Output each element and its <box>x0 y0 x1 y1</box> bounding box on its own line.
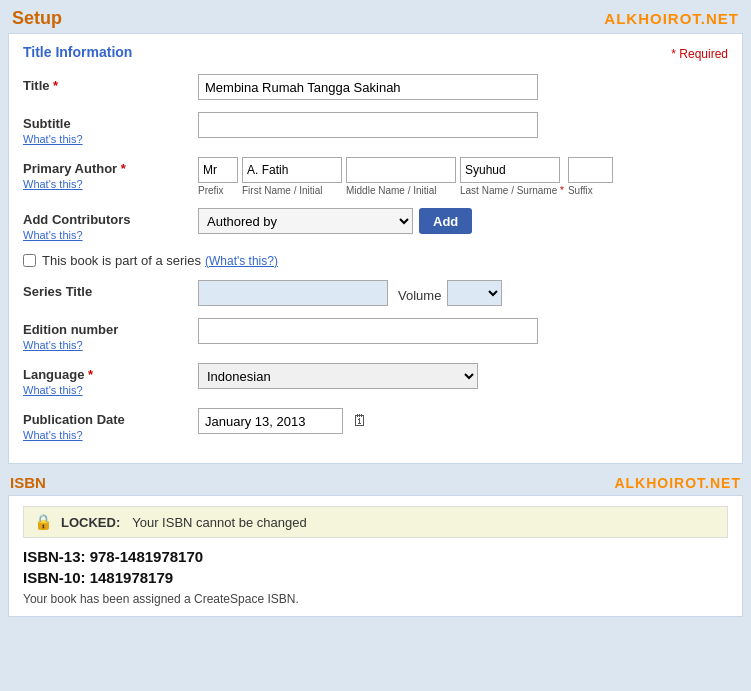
pubdate-whats-this[interactable]: What's this? <box>23 429 198 441</box>
series-checkbox[interactable] <box>23 254 36 267</box>
primary-author-label-col: Primary Author * What's this? <box>23 157 198 190</box>
language-whats-this[interactable]: What's this? <box>23 384 198 396</box>
prefix-group: Prefix <box>198 157 238 196</box>
lastname-label: Last Name / Surname * <box>460 185 564 196</box>
locked-bar: 🔒 LOCKED: Your ISBN cannot be changed <box>23 506 728 538</box>
primary-author-label: Primary Author * <box>23 161 126 176</box>
primary-author-input-col: Prefix First Name / Initial Middle Name … <box>198 157 728 196</box>
series-checkbox-row: This book is part of a series (What's th… <box>23 253 728 268</box>
locked-message: Your ISBN cannot be changed <box>132 515 306 530</box>
title-input[interactable] <box>198 74 538 100</box>
isbn-title: ISBN <box>10 474 46 491</box>
subtitle-label: Subtitle <box>23 116 71 131</box>
edition-input[interactable] <box>198 318 538 344</box>
middlename-label: Middle Name / Initial <box>346 185 437 196</box>
contributors-whats-this[interactable]: What's this? <box>23 229 198 241</box>
isbn-note: Your book has been assigned a CreateSpac… <box>23 592 728 606</box>
pubdate-input-col: 🗓 <box>198 408 728 434</box>
calendar-icon[interactable]: 🗓 <box>349 410 371 432</box>
edition-row: Edition number What's this? <box>23 318 728 351</box>
volume-select[interactable]: 1 2 3 <box>447 280 502 306</box>
language-input-col: Indonesian English Arabic French German <box>198 363 728 389</box>
firstname-label: First Name / Initial <box>242 185 323 196</box>
firstname-group: First Name / Initial <box>242 157 342 196</box>
subtitle-input[interactable] <box>198 112 538 138</box>
series-title-label-col: Series Title <box>23 280 198 299</box>
section-title: Title Information <box>23 44 132 60</box>
series-title-input-col: Volume 1 2 3 <box>198 280 728 306</box>
contributors-row: Add Contributors What's this? Authored b… <box>23 208 728 241</box>
subtitle-whats-this[interactable]: What's this? <box>23 133 198 145</box>
suffix-input[interactable] <box>568 157 613 183</box>
isbn10: ISBN-10: 1481978179 <box>23 569 728 586</box>
series-title-label: Series Title <box>23 284 92 299</box>
setup-title: Setup <box>12 8 62 29</box>
author-fields: Prefix First Name / Initial Middle Name … <box>198 157 728 196</box>
series-checkbox-label: This book is part of a series <box>42 253 201 268</box>
contributors-select[interactable]: Authored by Edited by Illustrated by Tra… <box>198 208 413 234</box>
isbn-brand: ALKHOIROT.NET <box>614 475 741 491</box>
suffix-group: Suffix <box>568 157 613 196</box>
subtitle-row: Subtitle What's this? <box>23 112 728 145</box>
series-title-input[interactable] <box>198 280 388 306</box>
edition-label: Edition number <box>23 322 118 337</box>
language-select[interactable]: Indonesian English Arabic French German <box>198 363 478 389</box>
lastname-group: Last Name / Surname * <box>460 157 564 196</box>
edition-label-col: Edition number What's this? <box>23 318 198 351</box>
primary-author-whats-this[interactable]: What's this? <box>23 178 198 190</box>
series-title-row: Series Title Volume 1 2 3 <box>23 280 728 306</box>
subtitle-input-col <box>198 112 728 138</box>
contributors-input-col: Authored by Edited by Illustrated by Tra… <box>198 208 728 234</box>
add-contributor-button[interactable]: Add <box>419 208 472 234</box>
header-bar: Setup ALKHOIROT.NET <box>0 0 751 33</box>
middlename-input[interactable] <box>346 157 456 183</box>
header-brand: ALKHOIROT.NET <box>604 10 739 27</box>
language-row: Language * What's this? Indonesian Engli… <box>23 363 728 396</box>
firstname-input[interactable] <box>242 157 342 183</box>
prefix-input[interactable] <box>198 157 238 183</box>
contributors-label: Add Contributors <box>23 212 131 227</box>
title-input-col <box>198 74 728 100</box>
title-row: Title * <box>23 74 728 100</box>
locked-label: LOCKED: <box>61 515 120 530</box>
subtitle-label-col: Subtitle What's this? <box>23 112 198 145</box>
page-wrapper: Setup ALKHOIROT.NET Title Information * … <box>0 0 751 617</box>
prefix-label: Prefix <box>198 185 224 196</box>
title-information-section: Title Information * Required Title * Sub… <box>8 33 743 464</box>
primary-author-row: Primary Author * What's this? Prefix Fir… <box>23 157 728 196</box>
isbn-header: ISBN ALKHOIROT.NET <box>8 474 743 491</box>
title-label: Title * <box>23 78 58 93</box>
title-label-col: Title * <box>23 74 198 93</box>
suffix-label: Suffix <box>568 185 593 196</box>
lock-icon: 🔒 <box>34 513 53 531</box>
pubdate-input[interactable] <box>198 408 343 434</box>
language-label: Language * <box>23 367 93 382</box>
required-note: * Required <box>671 47 728 61</box>
pubdate-row: Publication Date What's this? 🗓 <box>23 408 728 441</box>
lastname-input[interactable] <box>460 157 560 183</box>
isbn-section: ISBN ALKHOIROT.NET 🔒 LOCKED: Your ISBN c… <box>8 474 743 617</box>
isbn-body: 🔒 LOCKED: Your ISBN cannot be changed IS… <box>8 495 743 617</box>
contributors-label-col: Add Contributors What's this? <box>23 208 198 241</box>
edition-input-col <box>198 318 728 344</box>
pubdate-label: Publication Date <box>23 412 125 427</box>
volume-label: Volume <box>398 284 441 303</box>
middlename-group: Middle Name / Initial <box>346 157 456 196</box>
edition-whats-this[interactable]: What's this? <box>23 339 198 351</box>
language-label-col: Language * What's this? <box>23 363 198 396</box>
series-whats-this[interactable]: (What's this?) <box>205 254 278 268</box>
contributors-controls: Authored by Edited by Illustrated by Tra… <box>198 208 728 234</box>
isbn13: ISBN-13: 978-1481978170 <box>23 548 728 565</box>
pubdate-label-col: Publication Date What's this? <box>23 408 198 441</box>
